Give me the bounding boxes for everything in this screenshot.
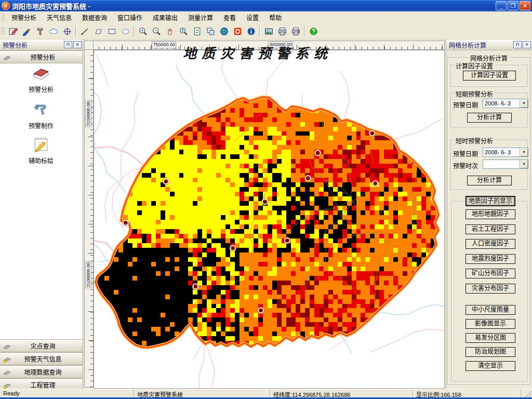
map-canvas[interactable]: [94, 50, 445, 389]
help-icon[interactable]: [307, 25, 320, 37]
bar-label: 灾点查询: [14, 341, 83, 350]
close-icon[interactable]: ✕: [73, 41, 82, 48]
info-icon[interactable]: [244, 25, 258, 37]
tool-icon: [0, 53, 14, 61]
map-layer-button-meso-scale-rainfall[interactable]: 中小尺度雨量: [466, 305, 515, 315]
stop-icon[interactable]: [231, 25, 244, 37]
toolbar-grip-handle[interactable]: [1, 27, 5, 35]
short-time-times-combobox[interactable]: ▼: [483, 159, 528, 169]
chevron-down-icon[interactable]: ▼: [520, 99, 528, 108]
application-window: d 浏阳市地质灾害预警系统 - _ ❐ ✕ 预警分析 天气信息 数据查询 窗口操…: [0, 0, 532, 399]
refresh-icon[interactable]: [190, 25, 204, 37]
left-panel-item-warning-making[interactable]: 预警制作: [0, 101, 82, 130]
short-time-times-value: [483, 160, 520, 168]
zoom-in-icon[interactable]: [136, 25, 150, 37]
short-time-analyze-button[interactable]: 分析计算: [467, 176, 512, 185]
factor-button-terrain-landform[interactable]: 地形地貌因子: [466, 209, 515, 219]
factor-button-geotechnical[interactable]: 岩土工程因子: [466, 224, 515, 234]
map-layer-button-susceptibility-zoning[interactable]: 易发分区图: [466, 333, 515, 343]
print-icon[interactable]: [275, 25, 289, 37]
factor-button-disaster-distribution[interactable]: 灾害分布因子: [466, 284, 515, 294]
pin-icon[interactable]: ⊓: [64, 41, 72, 48]
rectangle-tool-icon[interactable]: [105, 25, 118, 37]
menu-item-warning-analysis[interactable]: 预警分析: [6, 11, 42, 23]
item-icon: [0, 136, 82, 155]
item-icon: [0, 64, 82, 84]
resize-grip[interactable]: [525, 391, 531, 397]
factor-button-seismic-intensity[interactable]: 地震烈度因子: [466, 254, 515, 264]
ruler-tick-label: 3100000.00: [85, 261, 91, 288]
status-ready: Ready: [0, 390, 134, 397]
left-accordion-bar-geo-data-query[interactable]: 地理数据查询: [0, 365, 83, 378]
menu-item-window-ops[interactable]: 窗口操作: [112, 11, 148, 23]
short-time-group-label: 短时预警分析: [454, 136, 495, 145]
left-panel-header: 预警分析 ⊓ ✕: [0, 39, 83, 50]
menu-item-weather-info[interactable]: 天气信息: [42, 11, 77, 23]
vertical-ruler: 3150000.003100000.00: [84, 50, 94, 388]
short-term-date-label: 预警日期: [453, 100, 478, 109]
tool-icon: [0, 368, 14, 376]
edit-map-icon[interactable]: [6, 25, 20, 37]
menu-item-settings[interactable]: 设置: [241, 11, 264, 23]
factor-button-mine-distribution[interactable]: 矿山分布因子: [466, 269, 515, 278]
copy-layers-icon[interactable]: [204, 25, 217, 37]
menu-item-help[interactable]: 帮助: [264, 11, 287, 23]
factor-button-population-density[interactable]: 人口密度因子: [466, 239, 515, 249]
map-layer-button-prevention-planning[interactable]: 防治规划图: [466, 347, 515, 357]
pin-icon[interactable]: ⊓: [513, 41, 522, 48]
chevron-down-icon[interactable]: ▼: [520, 148, 528, 156]
short-term-date-combobox[interactable]: 2008- 6- 3 ▼: [483, 99, 528, 108]
short-term-group-label: 短期预警分析: [454, 89, 495, 98]
polygon-tool-icon[interactable]: [91, 25, 105, 37]
close-button[interactable]: ✕: [520, 1, 530, 10]
toolbar-separator: [259, 26, 260, 36]
geology-factor-display-button[interactable]: 地质因子的显示: [466, 196, 515, 206]
left-accordion-bar-warning-weather-info[interactable]: 预警天气信息: [0, 352, 83, 365]
menu-grip-handle[interactable]: [1, 14, 5, 22]
line-tool-icon[interactable]: [78, 25, 91, 37]
ruler-corner: [84, 41, 94, 50]
map-area: 750000.00800000.00 3150000.003100000.00 …: [84, 39, 446, 389]
app-icon: d: [2, 2, 10, 10]
menu-item-measure-calc[interactable]: 测量计算: [183, 11, 218, 23]
hammer-icon[interactable]: [33, 25, 47, 37]
toolbar-separator: [304, 26, 305, 36]
minimize-button[interactable]: _: [496, 1, 507, 10]
close-icon[interactable]: ✕: [523, 41, 531, 48]
chevron-down-icon[interactable]: ▼: [520, 160, 528, 168]
menu-item-view[interactable]: 查看: [218, 11, 241, 23]
item-label: 预警分析: [0, 85, 82, 94]
left-accordion-header[interactable]: 预警分析: [0, 50, 83, 63]
image-view-icon[interactable]: [262, 25, 275, 37]
status-bar: Ready 地质灾害预警系统 经纬度:114.296875,28.162686 …: [0, 389, 532, 397]
menu-item-data-query[interactable]: 数据查询: [77, 11, 112, 23]
zoom-extent-icon[interactable]: [177, 25, 190, 37]
brush-icon[interactable]: [20, 25, 33, 37]
pan-hand-icon[interactable]: [163, 25, 177, 37]
window-title: 浏阳市地质灾害预警系统 -: [12, 1, 495, 11]
short-time-date-combobox[interactable]: 2008- 6- 3 ▼: [483, 148, 528, 157]
crosshair-icon[interactable]: [60, 25, 74, 37]
toolbar-icons: [6, 25, 320, 37]
menu-items: 预警分析 天气信息 数据查询 窗口操作 成果输出 测量计算 查看 设置 帮助: [6, 11, 287, 23]
map-layer-button-clear-display[interactable]: 清空显示: [466, 361, 515, 371]
left-panel-item-warning-analysis[interactable]: 预警分析: [0, 64, 82, 94]
short-term-analyze-button[interactable]: 分析计算: [467, 113, 512, 123]
item-icon: [0, 101, 82, 120]
menu-item-result-output[interactable]: 成果输出: [148, 11, 183, 23]
zoom-out-icon[interactable]: [150, 25, 163, 37]
print-setup-icon[interactable]: [289, 25, 302, 37]
toolbar-separator: [75, 26, 76, 36]
cloud-icon[interactable]: [47, 25, 60, 37]
restore-button[interactable]: ❐: [508, 1, 518, 10]
left-panel-item-aux-plotting[interactable]: 辅助标绘: [0, 136, 82, 165]
globe-icon[interactable]: [217, 25, 231, 37]
ellipse-tool-icon[interactable]: [118, 25, 132, 37]
map-layer-button-image-display[interactable]: 影像图显示: [466, 319, 515, 329]
calc-factor-settings-button[interactable]: 计算因子设置: [463, 71, 516, 81]
left-accordion-bar-disaster-point-query[interactable]: 灾点查询: [0, 339, 83, 352]
map-title: 地质灾害预警系统: [180, 43, 336, 62]
tool-icon: [0, 342, 14, 350]
left-accordion-label: 预警分析: [14, 52, 83, 61]
short-time-date-label: 预警日期: [453, 149, 478, 158]
